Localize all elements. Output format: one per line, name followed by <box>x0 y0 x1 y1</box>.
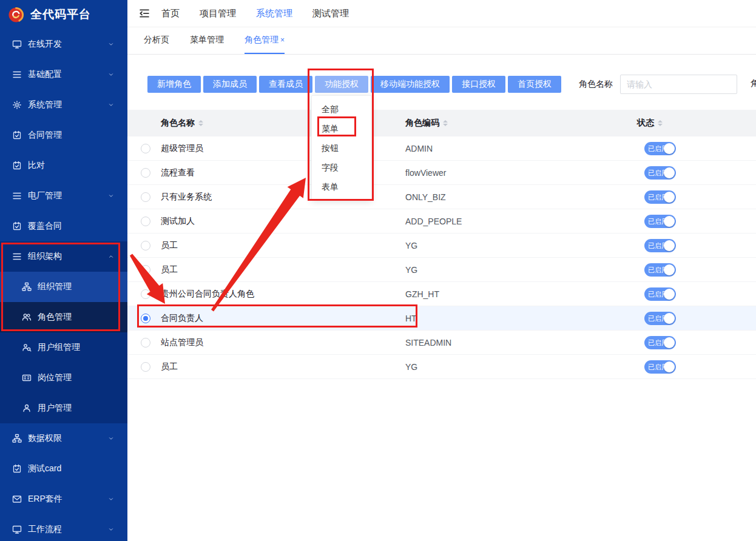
row-radio[interactable] <box>141 265 150 275</box>
dropdown-item-all[interactable]: 全部 <box>312 99 371 119</box>
sort-icon[interactable] <box>198 120 203 126</box>
sidebar-item-cover-contract[interactable]: 覆盖合同 <box>0 211 127 241</box>
sidebar-item-power-plant-mgmt[interactable]: 电厂管理 <box>0 181 127 211</box>
status-toggle[interactable]: 已启用 <box>644 215 676 228</box>
table-row[interactable]: 测试加人 ADD_PEOPLE 已启用 <box>127 209 756 234</box>
tab-analysis[interactable]: 分析页 <box>144 27 169 54</box>
sort-icon[interactable] <box>443 120 448 126</box>
table-row-selected[interactable]: 合同负责人 HT 已启用 <box>127 306 756 331</box>
status-toggle[interactable]: 已启用 <box>644 263 676 277</box>
dropdown-item-field[interactable]: 字段 <box>312 158 371 177</box>
table-body: 超级管理员 ADMIN 已启用 流程查看 flowViewer 已启用 只有业务… <box>127 136 756 379</box>
table-row[interactable]: 流程查看 flowViewer 已启用 <box>127 161 756 185</box>
sidebar-item-user-group-mgmt[interactable]: 用户组管理 <box>0 332 127 363</box>
sidebar-item-org-structure[interactable]: 组织架构 <box>0 241 127 272</box>
row-radio[interactable] <box>141 338 150 348</box>
nav-project-mgmt[interactable]: 项目管理 <box>200 8 236 19</box>
status-toggle[interactable]: 已启用 <box>644 142 676 155</box>
row-radio[interactable] <box>141 192 150 202</box>
app-title: 全代码平台 <box>30 7 91 22</box>
sidebar-item-contract-mgmt[interactable]: 合同管理 <box>0 120 127 150</box>
app-window: 全代码平台 在线开发 基础配置 系统管理 合同管理 <box>0 0 756 541</box>
add-role-button[interactable]: 新增角色 <box>147 76 201 93</box>
sidebar-nav: 在线开发 基础配置 系统管理 合同管理 比对 <box>0 29 127 541</box>
sidebar-item-role-mgmt[interactable]: 角色管理 <box>0 302 127 332</box>
sidebar-item-post-mgmt[interactable]: 岗位管理 <box>0 363 127 393</box>
calendar-icon <box>12 464 22 474</box>
function-auth-button[interactable]: 功能授权 <box>315 76 368 93</box>
api-auth-button[interactable]: 接口授权 <box>452 76 505 93</box>
dropdown-item-menu[interactable]: 菜单 <box>312 119 371 138</box>
sidebar-item-workflow[interactable]: 工作流程 <box>0 514 127 541</box>
column-header-status[interactable]: 状态 <box>637 118 756 129</box>
calendar-icon <box>12 130 22 140</box>
home-auth-button[interactable]: 首页授权 <box>508 76 561 93</box>
nav-system-mgmt[interactable]: 系统管理 <box>256 8 292 19</box>
column-header-role-code[interactable]: 角色编码 <box>405 118 637 129</box>
tab-menu-mgmt[interactable]: 菜单管理 <box>190 27 224 54</box>
sidebar-item-test-card[interactable]: 测试card <box>0 454 127 484</box>
sidebar-item-org-mgmt[interactable]: 组织管理 <box>0 272 127 302</box>
sort-icon[interactable] <box>658 120 663 126</box>
row-radio[interactable] <box>141 289 150 299</box>
status-toggle[interactable]: 已启用 <box>644 239 676 252</box>
sitemap-icon <box>12 434 22 443</box>
row-radio[interactable] <box>141 144 150 153</box>
close-icon[interactable]: × <box>280 36 285 44</box>
sidebar-item-user-mgmt[interactable]: 用户管理 <box>0 393 127 423</box>
list-icon <box>12 70 22 79</box>
table-row[interactable]: 贵州公司合同负责人角色 GZH_HT 已启用 <box>127 282 756 306</box>
role-name-input[interactable] <box>620 75 737 94</box>
gear-icon <box>12 100 22 110</box>
table-row[interactable]: 超级管理员 ADMIN 已启用 <box>127 136 756 161</box>
table-row[interactable]: 员工 YG 已启用 <box>127 355 756 379</box>
status-toggle[interactable]: 已启用 <box>644 287 676 301</box>
mail-icon <box>12 494 22 504</box>
sidebar-item-online-dev[interactable]: 在线开发 <box>0 29 127 59</box>
chevron-down-icon <box>108 496 114 502</box>
sidebar-item-system-mgmt[interactable]: 系统管理 <box>0 90 127 120</box>
role-name-filter: 角色名称 <box>579 75 737 94</box>
monitor-icon <box>12 39 22 49</box>
id-card-icon <box>22 373 32 383</box>
chevron-down-icon <box>108 435 114 442</box>
dropdown-item-form[interactable]: 表单 <box>312 177 371 197</box>
chevron-down-icon <box>108 526 114 533</box>
monitor-icon <box>12 525 22 534</box>
row-radio-checked[interactable] <box>141 314 150 323</box>
menu-fold-icon[interactable] <box>138 7 150 19</box>
view-member-button[interactable]: 查看成员 <box>259 76 312 93</box>
nav-home[interactable]: 首页 <box>161 8 180 19</box>
top-nav: 首页 项目管理 系统管理 测试管理 <box>127 0 756 27</box>
status-toggle[interactable]: 已启用 <box>644 360 676 374</box>
dropdown-item-button[interactable]: 按钮 <box>312 138 371 158</box>
sidebar-group-org-structure: 组织架构 组织管理 角色管理 用户组管理 岗位管理 <box>0 241 127 423</box>
table-row[interactable]: 只有业务系统 ONLY_BIZ 已启用 <box>127 185 756 209</box>
sidebar: 全代码平台 在线开发 基础配置 系统管理 合同管理 <box>0 0 127 541</box>
row-radio[interactable] <box>141 362 150 372</box>
logo[interactable]: 全代码平台 <box>0 0 127 29</box>
add-member-button[interactable]: 添加成员 <box>203 76 257 93</box>
function-auth-dropdown: 全部 菜单 按钮 字段 表单 <box>311 95 372 201</box>
row-radio[interactable] <box>141 217 150 226</box>
tab-role-mgmt[interactable]: 角色管理 × <box>245 27 285 54</box>
status-toggle[interactable]: 已启用 <box>644 190 676 204</box>
status-toggle[interactable]: 已启用 <box>644 336 676 349</box>
row-radio[interactable] <box>141 241 150 250</box>
row-radio[interactable] <box>141 168 150 178</box>
chevron-down-icon <box>108 41 114 47</box>
mobile-function-auth-button[interactable]: 移动端功能授权 <box>371 76 450 93</box>
nav-test-mgmt[interactable]: 测试管理 <box>312 8 349 19</box>
table-row[interactable]: 员工 YG 已启用 <box>127 258 756 282</box>
sidebar-item-data-permission[interactable]: 数据权限 <box>0 423 127 454</box>
role-name-label: 角色名称 <box>579 79 613 90</box>
brand-swirl-icon <box>8 7 24 23</box>
status-toggle[interactable]: 已启用 <box>644 166 676 180</box>
status-toggle[interactable]: 已启用 <box>644 312 676 325</box>
sidebar-item-compare[interactable]: 比对 <box>0 150 127 181</box>
role-mgmt-page: 新增角色 添加成员 查看成员 功能授权 移动端功能授权 接口授权 首页授权 角色… <box>127 55 756 541</box>
table-row[interactable]: 站点管理员 SITEADMIN 已启用 <box>127 331 756 355</box>
table-row[interactable]: 员工 YG 已启用 <box>127 234 756 258</box>
sidebar-item-basic-config[interactable]: 基础配置 <box>0 59 127 90</box>
sidebar-item-erp-suite[interactable]: ERP套件 <box>0 484 127 514</box>
